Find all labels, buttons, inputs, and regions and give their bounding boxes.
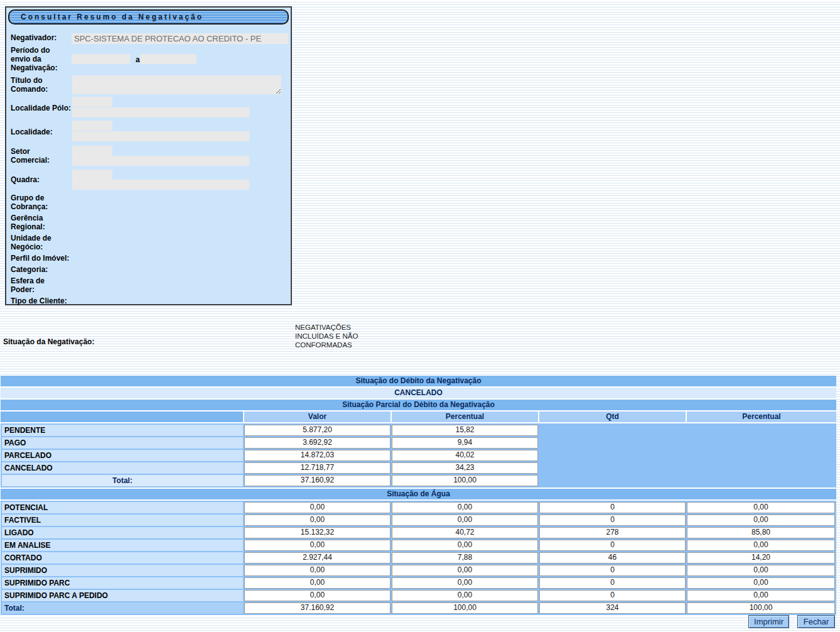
setor-comercial-label: Setor Comercial: [11, 147, 55, 165]
situacao-negativacao-value: NEGATIVAÇÕES INCLUÍDAS E NÃO CONFORMADAS [295, 323, 360, 349]
column-header-row: Valor Percentual Qtd Percentual [1, 411, 836, 422]
table-row: EM ANALISE 0,00 0,00 0 0,00 [2, 540, 835, 551]
quadra-label: Quadra: [11, 175, 80, 184]
table-row: PAGO 3.692,92 9,94 [2, 437, 835, 449]
setor-comercial-code-input[interactable] [72, 146, 112, 156]
setor-comercial-name-input[interactable] [72, 156, 249, 166]
titulo-comando-textarea[interactable] [72, 75, 281, 94]
separator-line-bottom [1, 366, 355, 366]
titulo-comando-label: Título do Comando: [11, 76, 55, 94]
debito-status-subheader: CANCELADO [1, 388, 836, 398]
debito-section-header: Situação do Débito da Negativação [1, 376, 836, 386]
table-row: SUPRIMIDO PARC 0,00 0,00 0 0,00 [2, 577, 835, 589]
quadra-name-input[interactable] [72, 180, 249, 190]
localidade-polo-label: Localidade Pólo: [11, 104, 80, 112]
parcial-section-header: Situação Parcial do Débito da Negativaçã… [1, 400, 836, 410]
column-header-empty [1, 411, 243, 422]
debito-rows-section: PENDENTE 5.877,20 15,82 PAGO 3.692,92 9,… [1, 423, 836, 488]
localidade-code-input[interactable] [72, 121, 112, 131]
localidade-polo-code-input[interactable] [72, 97, 112, 107]
periodo-envio-label: Período do envio da Negativação: [11, 46, 62, 72]
table-row: LIGADO 15.132,32 40,72 278 85,80 [2, 527, 835, 538]
agua-rows-section: POTENCIAL 0,00 0,00 0 0,00 FACTIVEL 0,00… [1, 501, 836, 615]
periodo-to-input[interactable] [140, 54, 197, 64]
situacao-negativacao-label: Situação da Negativação: [3, 337, 94, 346]
table-row: PENDENTE 5.877,20 15,82 [2, 425, 835, 436]
column-header-percentual: Percentual [392, 411, 538, 422]
tipo-cliente-label: Tipo de Cliente: [11, 297, 92, 305]
resumo-negativacao-table: Situação do Débito da Negativação CANCEL… [1, 376, 836, 616]
table-row: SUPRIMIDO PARC A PEDIDO 0,00 0,00 0 0,00 [2, 590, 835, 601]
negativador-label: Negativador: [11, 33, 73, 42]
grupo-cobranca-label: Grupo de Cobrança: [11, 193, 55, 211]
column-header-valor: Valor [244, 411, 390, 422]
separator-line-top [1, 317, 355, 317]
periodo-from-input[interactable] [72, 54, 130, 64]
periodo-separator: a [136, 55, 140, 64]
action-button-bar: Imprimir Fechar [748, 615, 835, 628]
table-row: CORTADO 2.927,44 7,88 46 14,20 [2, 552, 835, 564]
table-row: SUPRIMIDO 0,00 0,00 0 0,00 [2, 565, 835, 576]
table-row: FACTIVEL 0,00 0,00 0 0,00 [2, 515, 835, 526]
agua-section-header: Situação de Água [1, 489, 836, 499]
categoria-label: Categoria: [11, 265, 92, 274]
debito-total-row: Total: 37.160,92 100,00 [2, 475, 835, 486]
perfil-imovel-label: Perfil do Imóvel: [11, 254, 92, 263]
gerencia-regional-label: Gerência Regional: [11, 214, 55, 231]
table-row: PARCELADO 14.872,03 40,02 [2, 450, 835, 461]
quadra-code-input[interactable] [72, 170, 112, 180]
fechar-button[interactable]: Fechar [797, 615, 835, 628]
imprimir-button[interactable]: Imprimir [748, 615, 789, 628]
localidade-polo-name-input[interactable] [72, 107, 249, 117]
localidade-name-input[interactable] [72, 131, 249, 141]
negativador-input[interactable] [72, 33, 288, 44]
table-row: CANCELADO 12.718,77 34,23 [2, 462, 835, 474]
consulta-resumo-panel: Consultar Resumo da Negativação Negativa… [5, 6, 292, 305]
localidade-label: Localidade: [11, 128, 80, 136]
panel-title-bar: Consultar Resumo da Negativação [8, 9, 289, 25]
unidade-negocio-label: Unidade de Negócio: [11, 234, 61, 251]
table-row: POTENCIAL 0,00 0,00 0 0,00 [2, 502, 835, 513]
column-header-percentual2: Percentual [687, 411, 836, 422]
agua-total-row: Total: 37.160,92 100,00 324 100,00 [2, 602, 835, 614]
column-header-qtd: Qtd [539, 411, 686, 422]
esfera-poder-label: Esfera de Poder: [11, 276, 50, 294]
